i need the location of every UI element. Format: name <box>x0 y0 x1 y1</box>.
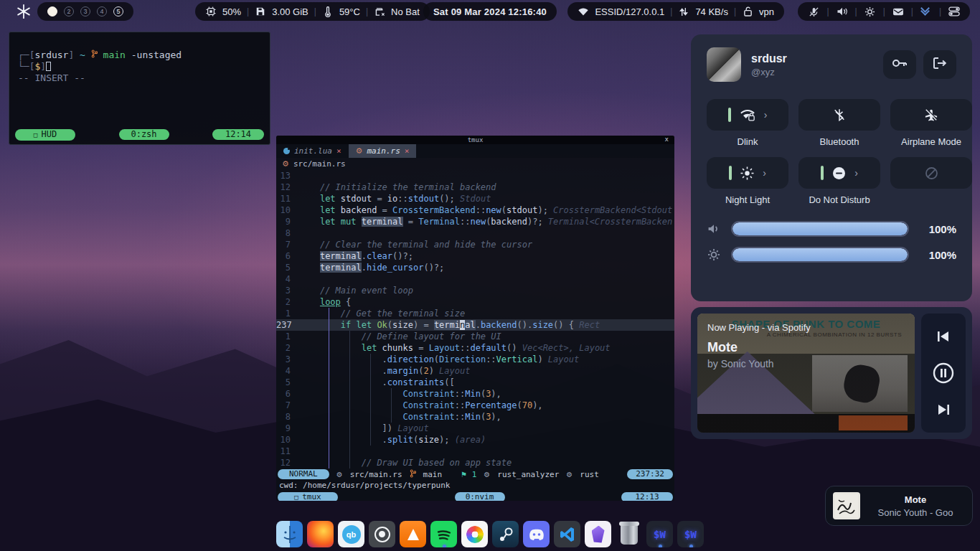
logout-icon <box>933 57 946 72</box>
code-line: 5 terminal.hide_cursor()?; <box>276 262 674 273</box>
indent-guide <box>391 388 392 423</box>
vim-mode-badge: NORMAL <box>278 469 329 479</box>
git-branch-name: main <box>423 470 443 479</box>
dock-icon-vlc[interactable] <box>400 521 426 547</box>
workspace-4[interactable]: 4 <box>97 6 107 17</box>
media-player-card: SHAPE OF PUNK TO COME A CHIMERICAL BOMBI… <box>691 307 972 439</box>
dock-icon-discord[interactable] <box>523 521 550 547</box>
dock-icon-sw-2[interactable]: $W <box>677 521 704 547</box>
volume-slider-row: 100% <box>707 221 956 237</box>
toggle-cell: ›Night Light <box>707 157 788 205</box>
dock-icon-obsidian[interactable] <box>585 521 611 547</box>
toggles-icon[interactable] <box>948 6 960 17</box>
notification-body: Sonic Youth - Goo <box>866 507 965 518</box>
code-line: 3 // Main event loop <box>276 285 674 296</box>
bluetooth-off-icon <box>833 108 846 121</box>
battery-status: No Bat <box>391 6 420 17</box>
dock-icon-spotify[interactable] <box>430 521 457 547</box>
blocked-icon <box>925 166 938 180</box>
sw-label: $W <box>684 529 697 540</box>
workspace-1[interactable] <box>47 6 57 17</box>
code-area[interactable]: 1312 // Initialize the terminal backend1… <box>276 170 674 468</box>
chevron-down-icon[interactable] <box>920 6 932 17</box>
toggle-blocked[interactable] <box>890 157 972 189</box>
memory-icon <box>255 6 266 17</box>
toggle-do-not-disturb[interactable]: › <box>798 157 880 189</box>
brightness-slider[interactable] <box>731 247 909 263</box>
toggle-airplane-mode[interactable] <box>890 99 972 131</box>
tab-close-icon[interactable]: × <box>405 146 410 156</box>
workspace-5[interactable]: 5 <box>113 6 123 17</box>
now-playing-heading: Now Playing - via Spotify <box>707 322 811 333</box>
mail-icon[interactable] <box>892 6 904 17</box>
previous-track-button[interactable] <box>936 330 951 343</box>
git-branch-icon <box>410 469 416 480</box>
dock-icon-obs[interactable] <box>369 521 395 547</box>
window-title: tmux <box>468 136 484 143</box>
clock[interactable]: Sat 09 Mar 2024 12:16:40 <box>423 2 557 21</box>
toggle-label: Airplane Mode <box>901 136 961 147</box>
code-line: 4 <box>276 273 674 285</box>
essid-text: ESSID/127.0.0.1 <box>595 6 664 17</box>
track-title: Mote <box>707 340 811 355</box>
toggle-dlink[interactable]: › <box>707 99 788 131</box>
toggle-night-light[interactable]: › <box>707 157 788 189</box>
settings-gear-icon[interactable] <box>864 6 876 17</box>
code-line: 2 let chunks = Layout::default() Vec<Rec… <box>276 342 674 354</box>
workspace-switcher: 2345 <box>37 2 133 21</box>
tab-main-rs[interactable]: ⚙ main.rs × <box>349 144 417 158</box>
nixos-logo-icon[interactable] <box>16 4 32 22</box>
network-status: ESSID/127.0.0.1 | 74 KB/s | vpn <box>567 2 784 21</box>
code-line: 6 terminal.clear()?; <box>276 250 674 262</box>
tmux-window-name[interactable]: 0:zsh <box>119 129 169 140</box>
lsp-icon: ⚙ <box>484 471 490 479</box>
now-playing-meta: Now Playing - via Spotify Mote by Sonic … <box>707 322 811 369</box>
toggle-cell: Bluetooth <box>798 99 880 147</box>
logout-button[interactable] <box>923 50 956 79</box>
speaker-icon[interactable] <box>837 6 848 17</box>
tab-init-lua[interactable]: init.lua × <box>276 144 349 158</box>
toggle-label: Do Not Disturb <box>809 194 870 205</box>
slider-fill <box>732 222 908 235</box>
tmux-window-name[interactable]: 0:nvim <box>455 492 505 501</box>
dock-icon-trash[interactable] <box>616 521 642 547</box>
vpn-text: vpn <box>759 6 774 17</box>
volume-value: 100% <box>919 223 956 235</box>
thermometer-icon <box>322 6 334 17</box>
control-center-panel: srdusr @xyz ›DlinkBluetoothAirplane Mode… <box>691 34 972 301</box>
close-window-button[interactable]: x <box>665 136 669 143</box>
volume-slider[interactable] <box>731 221 909 237</box>
wifi-lock-icon <box>740 108 755 122</box>
next-track-button[interactable] <box>936 403 951 416</box>
workspace-3[interactable]: 3 <box>80 6 90 17</box>
active-indicator <box>728 108 731 122</box>
tmux-session-name[interactable]: □ HUD <box>15 129 75 141</box>
terminal-window[interactable]: ┌─[srdusr] ~ main -unstaged └─[$] -- INS… <box>9 32 270 145</box>
dock-icon-sw-1[interactable]: $W <box>646 521 673 547</box>
song-notification[interactable]: Mote Sonic Youth - Goo <box>825 486 973 526</box>
pause-button[interactable] <box>933 362 954 384</box>
separator: | <box>670 6 672 17</box>
system-stats: 50% | 3.00 GiB | 59°C | No Bat <box>195 2 430 21</box>
tab-close-icon[interactable]: × <box>336 146 341 156</box>
dock-icon-steam[interactable] <box>492 521 519 547</box>
toggle-cell: Airplane Mode <box>890 99 972 147</box>
dock-icon-files[interactable] <box>276 521 303 547</box>
nvim-statusline: NORMAL ⚙ src/main.rs main ⚑ 1 ⚙ rust_ana… <box>276 468 674 480</box>
lock-keys-button[interactable] <box>883 50 916 79</box>
cpu-value: 50% <box>222 6 241 17</box>
dock-icon-qbittorrent[interactable]: qb <box>338 521 364 547</box>
tmux-session-name[interactable]: □ tmux <box>278 492 338 501</box>
album-art[interactable]: SHAPE OF PUNK TO COME A CHIMERICAL BOMBI… <box>697 314 915 433</box>
dock-icon-vscode[interactable] <box>554 521 580 547</box>
microphone-muted-icon[interactable] <box>808 6 819 17</box>
quick-toggles: ›DlinkBluetoothAirplane Mode›Night Light… <box>707 99 956 205</box>
dock-icon-photos[interactable] <box>461 521 488 547</box>
dock-icon-firefox[interactable] <box>307 521 334 547</box>
code-line: 10 .split(size); (area) <box>276 434 674 446</box>
code-line: 11 let stdout = io::stdout(); Stdout <box>276 193 674 204</box>
workspace-2[interactable]: 2 <box>64 6 74 17</box>
code-line: 11 <box>276 446 674 457</box>
editor-window[interactable]: tmux x init.lua × ⚙ main.rs × ⚙ src/main… <box>276 136 674 501</box>
toggle-bluetooth[interactable] <box>798 99 880 131</box>
